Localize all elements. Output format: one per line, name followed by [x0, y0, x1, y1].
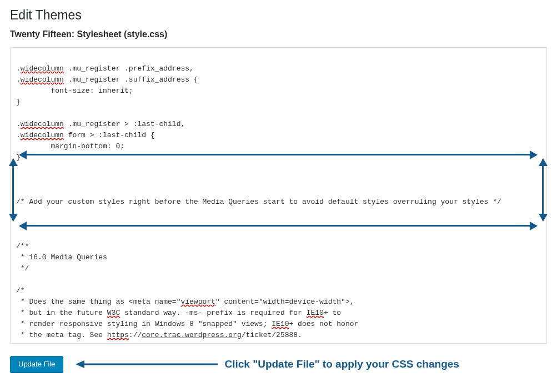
code-line[interactable]: /**	[16, 241, 541, 252]
code-content[interactable]: .widecolumn .mu_register .prefix_address…	[16, 52, 541, 344]
code-line[interactable]: .widecolumn form > :last-child {	[16, 130, 541, 141]
page-title: Edit Themes	[10, 8, 547, 23]
code-line[interactable]	[16, 163, 541, 174]
code-editor[interactable]: .widecolumn .mu_register .prefix_address…	[10, 47, 547, 344]
code-line[interactable]	[16, 108, 541, 119]
code-line[interactable]: * Does the same thing as <meta name="vie…	[16, 296, 541, 308]
annotation-button-arrow	[74, 364, 213, 365]
code-line[interactable]: * the meta tag. See https://core.trac.wo…	[16, 330, 541, 341]
code-line[interactable]: margin-bottom: 0;	[16, 141, 541, 152]
code-line[interactable]: */	[16, 341, 541, 344]
svg-marker-1	[76, 360, 84, 368]
code-line[interactable]	[16, 208, 541, 219]
code-line[interactable]: /* Add your custom styles right before t…	[16, 197, 541, 208]
code-line[interactable]	[16, 219, 541, 230]
code-line[interactable]: .widecolumn .mu_register .suffix_address…	[16, 74, 541, 86]
code-line[interactable]: /*	[16, 285, 541, 296]
code-line[interactable]: * but in the future W3C standard way. -m…	[16, 308, 541, 319]
code-line[interactable]: font-size: inherit;	[16, 86, 541, 97]
code-line[interactable]: * 16.0 Media Queries	[16, 252, 541, 263]
code-line[interactable]: .widecolumn .mu_register > :last-child,	[16, 119, 541, 130]
file-subtitle: Twenty Fifteen: Stylesheet (style.css)	[10, 29, 547, 39]
footer-row: Update File Click "Update File" to apply…	[10, 344, 547, 373]
code-line[interactable]	[16, 185, 541, 197]
code-line[interactable]: .widecolumn .mu_register .prefix_address…	[16, 63, 541, 74]
code-line[interactable]: */	[16, 263, 541, 274]
code-line[interactable]	[16, 52, 541, 63]
code-line[interactable]: * render responsive styling in Windows 8…	[16, 319, 541, 330]
code-line[interactable]	[16, 274, 541, 285]
code-line[interactable]	[16, 230, 541, 241]
annotation-hint-text: Click "Update File" to apply your CSS ch…	[224, 358, 459, 370]
editor-container: .widecolumn .mu_register .prefix_address…	[10, 47, 547, 344]
code-line[interactable]: }	[16, 152, 541, 163]
update-file-button[interactable]: Update File	[10, 356, 63, 373]
code-line[interactable]: }	[16, 97, 541, 108]
code-line[interactable]	[16, 174, 541, 185]
